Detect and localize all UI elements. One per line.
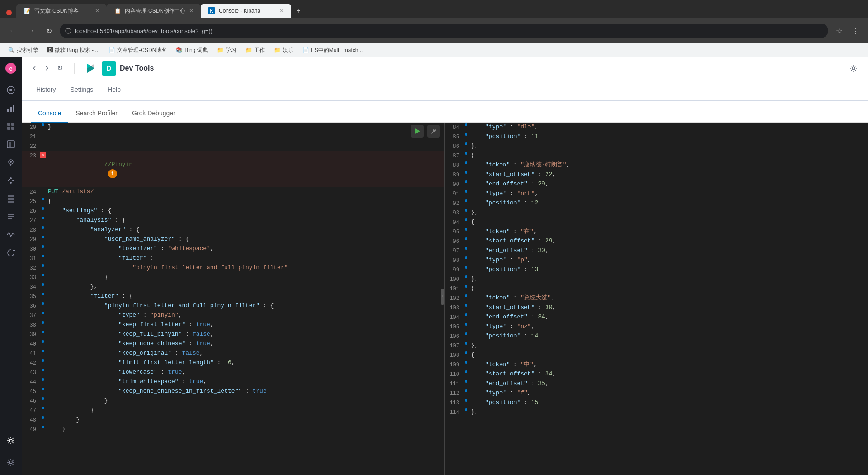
run-button[interactable] — [411, 125, 424, 138]
out-line-113: 113 "position" : 15 — [445, 398, 868, 408]
header-divider — [74, 63, 75, 74]
bookmark3-icon: 📄 — [108, 47, 115, 53]
browser-toolbar: ← → ↻ localhost:5601/app/kibana#/dev_too… — [0, 18, 868, 43]
tab-console[interactable]: Console — [31, 104, 68, 123]
code-editor-area[interactable]: 20 } 21 22 — [22, 123, 444, 475]
svg-point-33 — [9, 461, 12, 464]
bookmark-4[interactable]: 📚 Bing 词典 — [172, 45, 211, 56]
browser-action-buttons: ☆ ⋮ — [832, 24, 863, 38]
out-line-106: 106 "position" : 14 — [445, 332, 868, 341]
address-bar[interactable]: localhost:5601/app/kibana#/dev_tools/con… — [60, 24, 828, 38]
bookmark6-label: 工作 — [254, 47, 265, 54]
sidebar-icon-visualize[interactable] — [2, 99, 20, 117]
browser-back-icon[interactable] — [4, 7, 14, 18]
tab1-title: 写文章-CSDN博客 — [34, 7, 79, 15]
bookmark-star-button[interactable]: ☆ — [832, 24, 846, 38]
browser-menu-button[interactable]: ⋮ — [848, 24, 863, 38]
browser-tab-2[interactable]: 📋 内容管理-CSDN创作中心 ✕ — [107, 4, 201, 18]
sidebar-icon-devtools[interactable] — [2, 432, 20, 450]
browser-tab-3[interactable]: K Console - Kibana ✕ — [201, 4, 291, 18]
sidebar-icon-logs[interactable] — [2, 208, 20, 226]
svg-rect-27 — [8, 198, 14, 200]
bookmark2-label: 微软 Bing 搜索 - ... — [55, 47, 99, 54]
browser-tab-1[interactable]: 📝 写文章-CSDN博客 ✕ — [16, 4, 107, 18]
svg-marker-35 — [415, 128, 420, 134]
svg-text:e: e — [9, 66, 13, 72]
nav-tab-help[interactable]: Help — [100, 79, 128, 100]
code-line-36: 36 "pinyin_first_letter_and_full_pinyin_… — [22, 301, 444, 311]
sidebar-icon-ml[interactable] — [2, 171, 20, 190]
code-line-30: 30 "tokenizer" : "whitespace", — [22, 244, 444, 254]
out-line-111: 111 "end_offset" : 35, — [445, 379, 868, 389]
editor-toolbar — [411, 125, 440, 138]
out-line-107: 107 }, — [445, 341, 868, 351]
svg-point-0 — [6, 10, 12, 15]
sidebar-icon-discover[interactable] — [2, 81, 20, 99]
tab1-favicon: 📝 — [24, 7, 31, 14]
code-line-20: 20 } — [22, 123, 444, 132]
panel-resize-handle[interactable]: ⋮ — [441, 289, 444, 305]
svg-rect-28 — [8, 201, 14, 203]
bookmark7-icon: 📁 — [274, 47, 281, 53]
sidebar-icon-maps[interactable] — [2, 153, 20, 171]
wrench-button[interactable] — [427, 125, 440, 138]
bookmark-3[interactable]: 📄 文章管理-CSDN博客 — [105, 45, 170, 56]
nav-tab-history[interactable]: History — [29, 79, 63, 100]
nav-forward-button[interactable]: → — [24, 24, 38, 38]
nav-tab-settings[interactable]: Settings — [63, 79, 101, 100]
tab-search-profiler[interactable]: Search Profiler — [68, 104, 125, 123]
code-line-44: 44 "trim_whitespace" : true, — [22, 377, 444, 387]
out-line-114: 114 }, — [445, 408, 868, 417]
app-back-button[interactable] — [29, 63, 40, 74]
sidebar-icon-apm[interactable] — [2, 226, 20, 244]
app-refresh-button[interactable]: ↻ — [54, 63, 65, 74]
svg-rect-12 — [7, 127, 10, 130]
svg-rect-9 — [13, 105, 14, 112]
lock-icon — [65, 28, 71, 34]
info-icon-23[interactable]: i — [108, 169, 117, 178]
svg-rect-7 — [7, 109, 9, 112]
gutter-dot-20 — [42, 124, 44, 126]
sidebar-icon-settings[interactable] — [2, 453, 20, 471]
code-line-39: 39 "keep_full_pinyin" : false, — [22, 330, 444, 339]
nav-back-button[interactable]: ← — [5, 24, 20, 38]
output-editor[interactable]: 84 "type" : "dle", 85 "position" : 11 — [445, 123, 868, 475]
sidebar-icon-canvas[interactable] — [2, 135, 20, 153]
new-tab-button[interactable]: + — [291, 4, 306, 18]
bookmark2-icon: 🅱 — [47, 47, 53, 53]
browser-tabs-bar: 📝 写文章-CSDN博客 ✕ 📋 内容管理-CSDN创作中心 ✕ K Conso… — [0, 0, 868, 18]
header-gear-button[interactable] — [846, 61, 861, 76]
code-line-38: 38 "keep_first_letter" : true, — [22, 320, 444, 330]
sidebar-icon-dashboard[interactable] — [2, 117, 20, 135]
out-line-92: 92 "position" : 12 — [445, 199, 868, 208]
output-panel: 84 "type" : "dle", 85 "position" : 11 — [445, 123, 868, 475]
tab1-close-icon[interactable]: ✕ — [95, 8, 99, 14]
code-line-21: 21 — [22, 132, 444, 142]
tab-grok-debugger[interactable]: Grok Debugger — [125, 104, 183, 123]
code-line-31: 31 "filter" : — [22, 254, 444, 263]
code-line-23: 23 ✕ //Pinyin i — [22, 151, 444, 187]
code-line-35: 35 "filter" : { ⋮ — [22, 292, 444, 301]
bookmark3-label: 文章管理-CSDN博客 — [117, 47, 167, 54]
svg-rect-8 — [10, 107, 12, 112]
bookmark-7[interactable]: 📁 娱乐 — [270, 45, 297, 56]
tab3-close-icon[interactable]: ✕ — [279, 8, 284, 14]
out-line-85: 85 "position" : 11 — [445, 132, 868, 142]
sidebar-icon-uptime[interactable] — [2, 244, 20, 262]
out-line-90: 90 "end_offset" : 29, — [445, 180, 868, 189]
out-line-103: 103 "start_offset" : 30, — [445, 303, 868, 313]
bookmark-8[interactable]: 📄 ES中的Multi_match... — [299, 45, 367, 56]
tab2-close-icon[interactable]: ✕ — [189, 8, 193, 14]
app-forward-button[interactable] — [42, 63, 52, 74]
bookmark-6[interactable]: 📁 工作 — [242, 45, 269, 56]
out-line-86: 86 }, — [445, 142, 868, 151]
bookmark-2[interactable]: 🅱 微软 Bing 搜索 - ... — [44, 45, 103, 56]
nav-refresh-button[interactable]: ↻ — [42, 24, 56, 38]
elastic-logo[interactable]: e — [4, 61, 18, 76]
sidebar-icon-infrastructure[interactable] — [2, 190, 20, 208]
bookmark-1[interactable]: 🔍 搜索引擎 — [5, 45, 42, 56]
out-line-91: 91 "type" : "nrf", — [445, 189, 868, 199]
devtools-tabs-bar: Console Search Profiler Grok Debugger — [22, 101, 868, 123]
bookmark-5[interactable]: 📁 学习 — [213, 45, 240, 56]
error-icon-23: ✕ — [40, 152, 46, 158]
